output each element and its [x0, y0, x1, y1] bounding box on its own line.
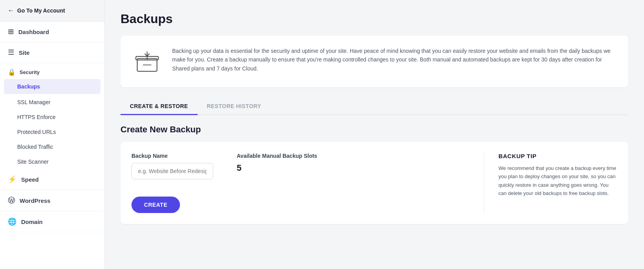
- info-card: Backing up your data is essential for th…: [121, 36, 628, 87]
- tab-create-restore[interactable]: CREATE & RESTORE: [121, 98, 198, 115]
- go-to-my-account-label: Go To My Account: [17, 7, 65, 14]
- page-title: Backups: [121, 12, 628, 26]
- sidebar-item-site-scanner[interactable]: Site Scanner: [0, 154, 104, 169]
- sidebar-item-wordpress[interactable]: Ⓦ WordPress: [0, 190, 104, 211]
- main-content: Backups Backing up your data is essentia…: [105, 0, 644, 269]
- sidebar-item-site[interactable]: ☰ Site: [0, 42, 104, 63]
- sidebar-item-blocked-traffic[interactable]: Blocked Traffic: [0, 139, 104, 154]
- backup-box-icon: [133, 47, 161, 76]
- sidebar-item-backups[interactable]: Backups: [4, 79, 101, 94]
- protected-urls-label: Protected URLs: [17, 129, 56, 135]
- speed-icon: ⚡: [8, 175, 16, 184]
- section-title: Create New Backup: [121, 125, 628, 135]
- wordpress-icon: Ⓦ: [8, 196, 15, 205]
- wordpress-label: WordPress: [20, 197, 50, 204]
- backup-card: Backup Name Available Manual Backup Slot…: [121, 142, 628, 224]
- backups-label: Backups: [17, 83, 40, 90]
- sidebar-item-protected-urls[interactable]: Protected URLs: [0, 125, 104, 139]
- security-icon: 🔒: [8, 69, 16, 76]
- sidebar-item-label: Dashboard: [18, 29, 49, 35]
- tip-text: We recommend that you create a backup ev…: [498, 164, 617, 198]
- tabs: CREATE & RESTORE RESTORE HISTORY: [121, 98, 628, 115]
- sidebar-item-https-enforce[interactable]: HTTPS Enforce: [0, 110, 104, 125]
- domain-label: Domain: [21, 218, 43, 225]
- backup-name-label: Backup Name: [131, 153, 213, 159]
- info-card-text: Backing up your data is essential for th…: [172, 47, 616, 73]
- speed-label: Speed: [21, 176, 39, 183]
- site-scanner-label: Site Scanner: [17, 159, 49, 165]
- blocked-traffic-label: Blocked Traffic: [17, 144, 53, 150]
- sidebar-item-label: Site: [19, 49, 30, 56]
- sidebar: ← Go To My Account ⊞ Dashboard ☰ Site 🔒 …: [0, 0, 105, 269]
- slots-label: Available Manual Backup Slots: [237, 153, 317, 159]
- https-enforce-label: HTTPS Enforce: [17, 114, 56, 120]
- ssl-manager-label: SSL Manager: [17, 99, 50, 105]
- sidebar-item-domain[interactable]: 🌐 Domain: [0, 211, 104, 232]
- back-arrow-icon: ←: [8, 7, 14, 14]
- domain-icon: 🌐: [8, 217, 16, 226]
- security-label: Security: [20, 69, 40, 75]
- tip-title: BACKUP TIP: [498, 153, 617, 159]
- create-button[interactable]: CREATE: [131, 197, 180, 213]
- backup-name-input[interactable]: [131, 163, 213, 179]
- sidebar-item-dashboard[interactable]: ⊞ Dashboard: [0, 22, 104, 42]
- dashboard-icon: ⊞: [8, 27, 14, 36]
- sidebar-item-speed[interactable]: ⚡ Speed: [0, 169, 104, 190]
- sidebar-item-ssl-manager[interactable]: SSL Manager: [0, 95, 104, 110]
- site-icon: ☰: [8, 48, 14, 57]
- slots-value: 5: [237, 163, 317, 173]
- backup-tip: BACKUP TIP We recommend that you create …: [484, 153, 617, 213]
- sidebar-security-section[interactable]: 🔒 Security: [0, 63, 104, 78]
- backup-form: Backup Name Available Manual Backup Slot…: [131, 153, 484, 213]
- go-to-my-account-button[interactable]: ← Go To My Account: [0, 0, 104, 22]
- tab-restore-history[interactable]: RESTORE HISTORY: [198, 98, 271, 115]
